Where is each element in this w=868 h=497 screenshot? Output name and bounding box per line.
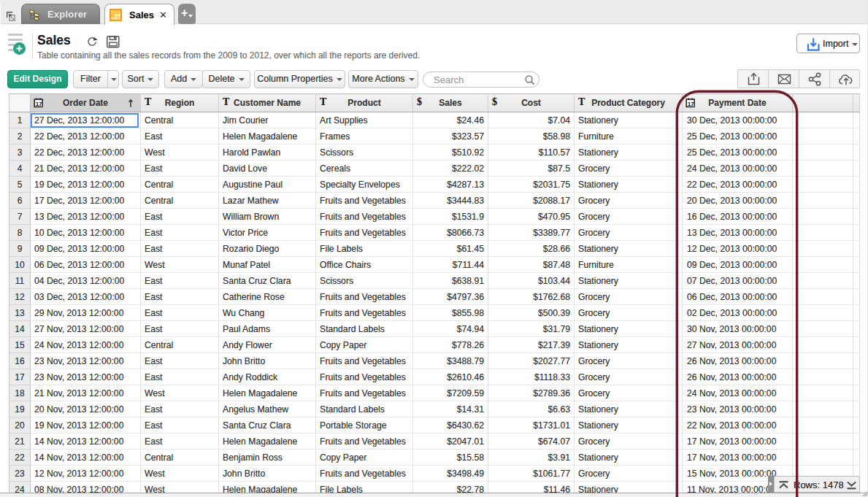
svg-text:17: 17 — [36, 101, 42, 107]
svg-text:17: 17 — [688, 101, 694, 107]
